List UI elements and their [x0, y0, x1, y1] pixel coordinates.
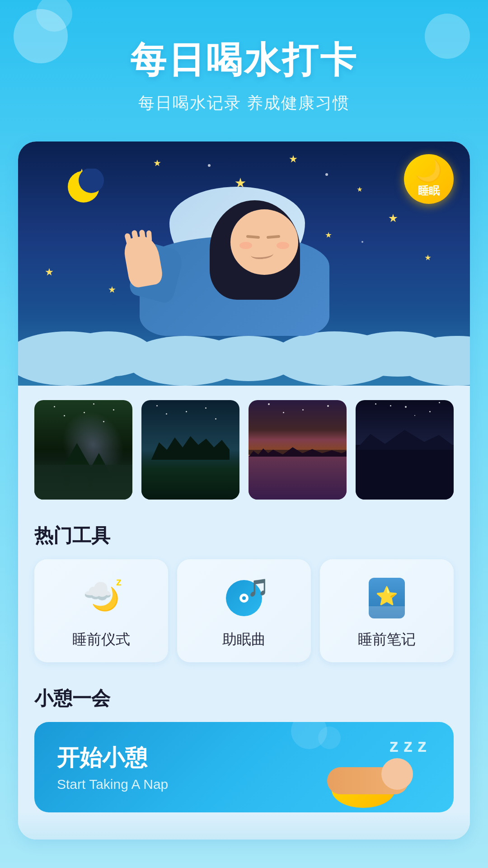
sleep-music-icon: 🎵 [221, 576, 267, 621]
t4-star-2 [405, 406, 407, 408]
thumbnail-2[interactable] [141, 400, 239, 500]
deco-circle-2 [36, 0, 72, 32]
t4-star-6 [439, 402, 440, 403]
app-title: 每日喝水打卡 [18, 36, 470, 85]
girl-hand [122, 234, 164, 288]
thumbnail-1[interactable] [34, 400, 132, 500]
bottom-fade [18, 812, 470, 840]
t2-star-2 [186, 411, 187, 412]
mountain-base [356, 445, 454, 500]
finger-3 [139, 230, 146, 244]
tools-grid: ☁️ 🌙 z 睡前仪式 [34, 559, 454, 662]
t4-star-1 [375, 403, 376, 405]
main-card: 🌙 睡眠 [18, 142, 470, 840]
sleep-music-label: 助眠曲 [222, 630, 266, 650]
t4-star-4 [390, 405, 391, 406]
t2-star-4 [205, 407, 206, 409]
tool-bedtime-notes[interactable]: ⭐ 睡前笔记 [320, 559, 454, 662]
finger-4 [146, 230, 152, 242]
star-5 [389, 214, 398, 223]
finger-1 [124, 233, 133, 246]
thumbnails-row [18, 386, 470, 514]
moon-icon: 🌙 [415, 160, 442, 182]
hot-tools-title: 热门工具 [34, 514, 454, 559]
finger-2 [131, 230, 139, 245]
moon-badge-label: 睡眠 [418, 184, 440, 198]
star-4 [289, 155, 297, 163]
girl-blush-left [239, 242, 252, 249]
t2-star-5 [166, 413, 167, 415]
girl-eye-right [267, 235, 280, 239]
app-subtitle: 每日喝水记录 养成健康习惯 [18, 92, 470, 114]
girl-blush-right [277, 242, 289, 249]
tool-bedtime-ritual[interactable]: ☁️ 🌙 z 睡前仪式 [34, 559, 168, 662]
header: 每日喝水打卡 每日喝水记录 养成健康习惯 [0, 0, 488, 132]
dot-star-1 [208, 164, 211, 167]
star-7 [45, 268, 53, 276]
nap-card[interactable]: 开始小憩 Start Taking A Nap z z z [34, 722, 454, 812]
t-star-6 [64, 415, 65, 416]
lake [249, 455, 347, 500]
sleep-banner[interactable]: 🌙 睡眠 [18, 142, 470, 386]
bedtime-ritual-label: 睡前仪式 [72, 630, 130, 650]
nap-main-text: 开始小憩 [57, 743, 168, 773]
t-star-3 [103, 421, 104, 422]
t3-star-2 [302, 409, 304, 410]
t4-star-5 [414, 415, 415, 416]
tool-sleep-music[interactable]: 🎵 助眠曲 [177, 559, 311, 662]
t-star-2 [84, 412, 85, 413]
zzz-text: z z z [389, 736, 427, 756]
star-10 [425, 255, 431, 261]
crescent-moon-icon [63, 169, 104, 205]
svg-point-1 [79, 169, 104, 193]
horizon-glow [249, 430, 347, 450]
thumbnail-4[interactable] [356, 400, 454, 500]
t4-star-3 [429, 411, 431, 412]
girl-eye-left [246, 235, 260, 239]
hot-tools-section: 热门工具 ☁️ 🌙 z 睡前仪式 [18, 514, 470, 677]
star-2 [154, 160, 161, 167]
moon-sleep-badge[interactable]: 🌙 睡眠 [404, 154, 454, 204]
water-reflection-1 [34, 465, 132, 500]
bedtime-notes-icon: ⭐ [364, 576, 409, 621]
nap-person-head [381, 758, 413, 790]
sleeping-girl-illustration [113, 173, 375, 336]
t3-star-1 [268, 403, 270, 405]
bedtime-notes-label: 睡前笔记 [358, 630, 416, 650]
nap-sub-text: Start Taking A Nap [57, 777, 168, 792]
bedtime-ritual-icon: ☁️ 🌙 z [79, 576, 124, 621]
t-star-4 [113, 409, 114, 410]
girl-smile [250, 249, 274, 260]
girl-head [230, 209, 298, 275]
t2-star-1 [156, 405, 158, 406]
nap-section: 小憩一会 开始小憩 Start Taking A Nap z z z [18, 677, 470, 812]
nap-text-area: 开始小憩 Start Taking A Nap [57, 743, 168, 792]
t2-star-3 [215, 418, 216, 420]
t3-star-4 [283, 412, 284, 413]
t-star-5 [93, 403, 94, 405]
nap-illustration: z z z [318, 731, 436, 812]
thumb1-stars [34, 400, 132, 460]
thumbnail-3[interactable] [249, 400, 347, 500]
t3-star-3 [327, 405, 329, 407]
t-star-1 [54, 406, 55, 407]
nap-section-title: 小憩一会 [34, 677, 454, 722]
